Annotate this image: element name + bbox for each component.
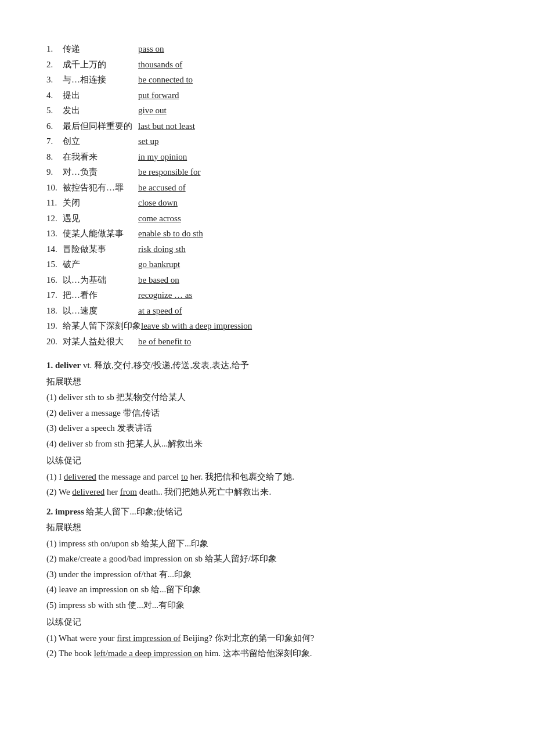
keywords-container: 1. deliver vt. 释放,交付,移交/投递,传送,发表,表达,给予拓展… (46, 358, 488, 661)
phrase-en: put forward (138, 88, 179, 103)
practice-item: (2) We delivered her from death.. 我们把她从死… (46, 485, 488, 500)
phrase-en: close down (138, 196, 178, 211)
phrase-en: be of benefit to (138, 334, 191, 350)
phrase-num: 7. (46, 134, 63, 149)
phrase-en: last but not least (138, 119, 195, 134)
expand-item: (1) deliver sth to sb 把某物交付给某人 (46, 390, 488, 405)
phrase-item: 17.把…看作recognize … as (46, 288, 488, 303)
phrase-num: 14. (46, 242, 63, 257)
practice-item: (1) What were your first impression of B… (46, 631, 488, 646)
expand-item: (2) deliver a message 带信,传话 (46, 406, 488, 421)
phrase-en: enable sb to do sth (138, 226, 203, 242)
phrase-en: recognize … as (138, 288, 192, 303)
phrase-item: 14.冒险做某事risk doing sth (46, 242, 488, 257)
phrase-en: be based on (138, 273, 179, 288)
phrase-zh: 把…看作 (63, 288, 138, 303)
phrase-zh: 对…负责 (63, 165, 138, 180)
phrase-en: pass on (138, 42, 164, 57)
expand-item: (3) under the impression of/that 有...印象 (46, 567, 488, 582)
practice-list: (1) I delivered the message and parcel t… (46, 470, 488, 500)
phrase-en: risk doing sth (138, 242, 186, 257)
expand-list: (1) impress sth on/upon sb 给某人留下...印象(2)… (46, 537, 488, 613)
section2: 1. deliver vt. 释放,交付,移交/投递,传送,发表,表达,给予拓展… (46, 358, 488, 661)
phrase-en: thousands of (138, 57, 182, 73)
phrase-en: in my opinion (138, 150, 187, 165)
phrase-zh: 对某人益处很大 (63, 334, 138, 350)
phrase-zh: 被控告犯有…罪 (63, 181, 138, 196)
expand-label: 拓展联想 (46, 520, 488, 535)
phrase-num: 5. (46, 103, 63, 118)
expand-list: (1) deliver sth to sb 把某物交付给某人(2) delive… (46, 390, 488, 451)
phrase-num: 3. (46, 73, 63, 88)
phrase-num: 9. (46, 165, 63, 180)
practice-label: 以练促记 (46, 453, 488, 469)
expand-item: (3) deliver a speech 发表讲话 (46, 421, 488, 436)
phrase-zh: 最后但同样重要的 (63, 119, 138, 134)
phrase-item: 8.在我看来in my opinion (46, 150, 488, 165)
phrase-num: 8. (46, 150, 63, 165)
practice-list: (1) What were your first impression of B… (46, 631, 488, 661)
phrase-zh: 提出 (63, 88, 138, 103)
expand-item: (5) impress sb with sth 使...对...有印象 (46, 598, 488, 613)
phrase-item: 5.发出give out (46, 103, 488, 118)
phrase-item: 10.被控告犯有…罪be accused of (46, 181, 488, 196)
phrase-zh: 以…为基础 (63, 273, 138, 288)
phrase-num: 15. (46, 257, 63, 272)
phrase-zh: 发出 (63, 103, 138, 118)
phrase-zh: 传递 (63, 42, 138, 57)
phrase-item: 20.对某人益处很大be of benefit to (46, 334, 488, 350)
phrase-item: 12.遇见come across (46, 211, 488, 226)
phrase-item: 2.成千上万的thousands of (46, 57, 488, 73)
phrase-num: 10. (46, 181, 63, 196)
expand-label: 拓展联想 (46, 375, 488, 390)
expand-item: (4) leave an impression on sb 给...留下印象 (46, 582, 488, 597)
phrase-zh: 使某人能做某事 (63, 226, 138, 242)
practice-item: (2) The book left/made a deep impression… (46, 646, 488, 661)
phrase-en: give out (138, 103, 167, 118)
phrase-num: 17. (46, 288, 63, 303)
expand-item: (1) impress sth on/upon sb 给某人留下...印象 (46, 537, 488, 552)
phrase-zh: 与…相连接 (63, 73, 138, 88)
phrase-item: 19.给某人留下深刻印象leave sb with a deep impress… (46, 319, 488, 334)
phrase-en: go bankrupt (138, 257, 180, 272)
keyword-block: 2. impress 给某人留下...印象;使铭记拓展联想(1) impress… (46, 505, 488, 661)
phrase-item: 13.使某人能做某事enable sb to do sth (46, 226, 488, 242)
phrase-item: 16.以…为基础be based on (46, 273, 488, 288)
phrase-zh: 成千上万的 (63, 57, 138, 73)
practice-item: (1) I delivered the message and parcel t… (46, 470, 488, 485)
practice-label: 以练促记 (46, 615, 488, 630)
phrase-num: 12. (46, 211, 63, 226)
expand-item: (2) make/create a good/bad impression on… (46, 552, 488, 567)
phrase-en: be accused of (138, 181, 186, 196)
phrase-num: 20. (46, 334, 63, 350)
phrase-zh: 以…速度 (63, 304, 138, 319)
phrase-num: 6. (46, 119, 63, 134)
phrase-zh: 冒险做某事 (63, 242, 138, 257)
phrase-item: 3.与…相连接be connected to (46, 73, 488, 88)
phrase-num: 2. (46, 57, 63, 73)
phrase-zh: 给某人留下深刻印象 (63, 319, 141, 334)
phrase-item: 11.关闭close down (46, 196, 488, 211)
phrase-zh: 创立 (63, 134, 138, 149)
phrase-item: 9.对…负责be responsible for (46, 165, 488, 180)
keyword-title: 1. deliver vt. 释放,交付,移交/投递,传送,发表,表达,给予 (46, 358, 488, 373)
phrase-item: 7.创立set up (46, 134, 488, 149)
keyword-block: 1. deliver vt. 释放,交付,移交/投递,传送,发表,表达,给予拓展… (46, 358, 488, 500)
phrase-num: 11. (46, 196, 63, 211)
phrase-en: come across (138, 211, 181, 226)
phrase-item: 1.传递pass on (46, 42, 488, 57)
phrase-num: 1. (46, 42, 63, 57)
keyword-title: 2. impress 给某人留下...印象;使铭记 (46, 505, 488, 520)
phrase-en: at a speed of (138, 304, 182, 319)
phrase-num: 16. (46, 273, 63, 288)
phrase-num: 18. (46, 304, 63, 319)
phrase-en: be responsible for (138, 165, 200, 180)
phrase-num: 13. (46, 226, 63, 242)
phrase-num: 4. (46, 88, 63, 103)
phrase-item: 4.提出put forward (46, 88, 488, 103)
phrase-zh: 在我看来 (63, 150, 138, 165)
phrase-en: be connected to (138, 73, 193, 88)
phrase-list: 1.传递pass on2.成千上万的thousands of3.与…相连接be … (46, 42, 488, 349)
expand-item: (4) deliver sb from sth 把某人从...解救出来 (46, 437, 488, 452)
phrase-item: 6.最后但同样重要的last but not least (46, 119, 488, 134)
